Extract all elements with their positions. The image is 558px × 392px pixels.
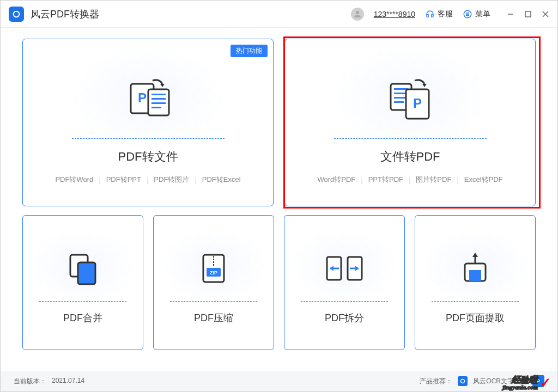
app-logo-icon xyxy=(9,7,24,22)
checkmark-icon: ✓ xyxy=(540,375,551,390)
close-button[interactable] xyxy=(542,10,549,18)
support-label: 客服 xyxy=(438,9,453,19)
hot-tag-badge: 热门功能 xyxy=(231,45,268,57)
svg-rect-27 xyxy=(78,262,95,284)
headset-icon xyxy=(425,9,435,19)
svg-point-42 xyxy=(461,379,465,383)
divider xyxy=(72,138,225,139)
ocr-app-icon xyxy=(458,376,468,386)
svg-rect-22 xyxy=(394,101,404,103)
svg-text:P: P xyxy=(137,90,146,105)
svg-rect-13 xyxy=(151,94,166,95)
card-pdf-extract[interactable]: PDF页面提取 xyxy=(415,215,536,350)
file-to-pdf-icon: P xyxy=(383,63,438,134)
card-subtags: Word转PDF| PPT转PDF| 图片转PDF| Excel转PDF xyxy=(312,175,508,185)
menu-label: 菜单 xyxy=(475,9,490,19)
card-title: PDF转文件 xyxy=(118,149,178,165)
divider xyxy=(432,301,519,302)
card-title: PDF压缩 xyxy=(194,311,233,324)
svg-text:P: P xyxy=(413,96,421,111)
menu-icon xyxy=(463,9,472,19)
svg-marker-25 xyxy=(422,84,427,87)
svg-point-1 xyxy=(356,11,359,14)
recommend-label: 产品推荐： xyxy=(420,377,452,386)
extract-icon xyxy=(456,241,494,296)
user-avatar-icon[interactable] xyxy=(351,8,364,21)
card-title: PDF页面提取 xyxy=(446,311,505,324)
app-title: 风云PDF转换器 xyxy=(31,8,99,21)
merge-icon xyxy=(64,241,102,296)
svg-rect-15 xyxy=(151,102,166,104)
split-icon xyxy=(323,241,366,296)
svg-rect-14 xyxy=(151,98,166,100)
card-subtags: PDF转Word| PDF转PPT| PDF转图片| PDF转Excel xyxy=(50,175,246,185)
watermark: 经验啦 jingyanla.com ✓ xyxy=(503,375,551,390)
compress-icon: ZIP xyxy=(195,241,233,296)
statusbar: 当前版本： 2021.07.14 产品推荐： 风云OCR文字识别 P xyxy=(1,371,557,391)
minimize-button[interactable] xyxy=(507,10,514,18)
svg-rect-39 xyxy=(469,270,481,281)
card-pdf-compress[interactable]: ZIP PDF压缩 xyxy=(153,215,274,350)
card-pdf-merge[interactable]: PDF合并 xyxy=(22,215,143,350)
svg-text:ZIP: ZIP xyxy=(210,270,217,275)
divider xyxy=(301,301,388,302)
svg-marker-41 xyxy=(472,253,478,257)
svg-rect-16 xyxy=(151,107,161,108)
card-title: 文件转PDF xyxy=(380,149,440,165)
svg-marker-17 xyxy=(160,84,165,87)
maximize-button[interactable] xyxy=(524,10,532,18)
card-title: PDF合并 xyxy=(63,311,102,324)
version-value: 2021.07.14 xyxy=(52,377,84,386)
svg-point-0 xyxy=(14,11,20,17)
card-title: PDF拆分 xyxy=(325,311,364,324)
pdf-to-file-icon: P xyxy=(121,63,175,134)
user-id-link[interactable]: 123****8910 xyxy=(374,10,415,19)
menu-button[interactable]: 菜单 xyxy=(463,9,490,19)
divider xyxy=(39,301,126,302)
titlebar: 风云PDF转换器 123****8910 客服 菜单 xyxy=(1,1,557,28)
version-label: 当前版本： xyxy=(14,377,46,386)
card-pdf-split[interactable]: PDF拆分 xyxy=(284,215,405,350)
svg-rect-7 xyxy=(525,11,531,17)
card-file-to-pdf[interactable]: P 文件转PDF Word转PDF| PPT转PDF| 图片转PDF| Exce… xyxy=(284,39,536,206)
card-pdf-to-file[interactable]: 热门功能 P PDF转文件 xyxy=(22,39,274,206)
support-button[interactable]: 客服 xyxy=(425,9,453,19)
divider xyxy=(334,138,487,139)
divider xyxy=(170,301,257,302)
